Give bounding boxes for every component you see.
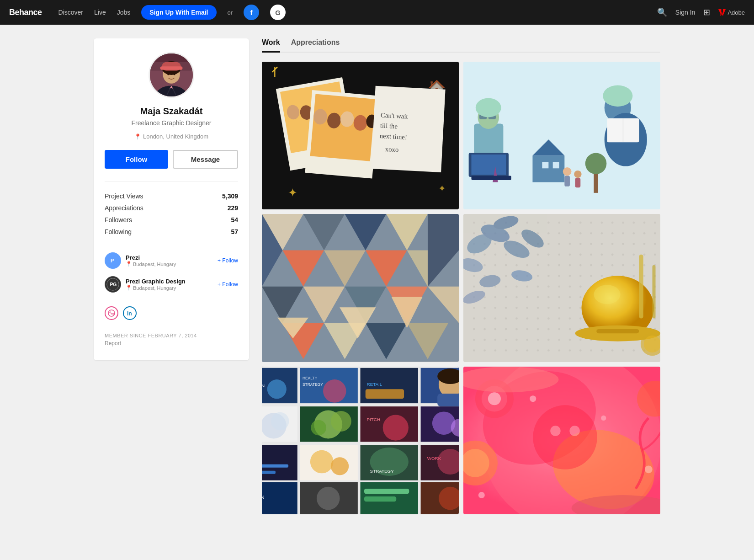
- svg-point-253: [483, 318, 486, 320]
- svg-point-288: [473, 339, 475, 341]
- svg-point-226: [579, 296, 582, 299]
- svg-point-128: [494, 243, 497, 245]
- svg-point-207: [569, 286, 571, 288]
- svg-point-203: [526, 286, 528, 288]
- svg-point-116: [558, 232, 560, 235]
- stat-appreciations: Appreciations 229: [105, 202, 238, 214]
- svg-point-156: [601, 254, 603, 256]
- message-button[interactable]: Message: [173, 150, 238, 169]
- gallery-item-hardhat[interactable]: [463, 214, 660, 362]
- tab-work[interactable]: Work: [262, 38, 280, 53]
- report-link[interactable]: Report: [105, 340, 238, 347]
- svg-point-261: [569, 318, 571, 320]
- stat-label: Following: [105, 228, 132, 235]
- svg-point-314: [558, 349, 560, 352]
- svg-point-7: [167, 73, 170, 75]
- svg-point-160: [643, 254, 646, 256]
- svg-point-102: [601, 222, 603, 224]
- gallery-item-triangles[interactable]: [262, 214, 459, 362]
- nav-link-live[interactable]: Live: [94, 9, 106, 16]
- svg-text:HEALTH: HEALTH: [303, 376, 318, 380]
- svg-text:PG: PG: [110, 282, 117, 287]
- follow-prezi-info: Prezi 📍 Budapest, Hungary: [126, 254, 213, 267]
- svg-rect-389: [364, 489, 409, 494]
- apps-icon[interactable]: ⊞: [703, 7, 710, 17]
- svg-text:STRATEGY: STRATEGY: [370, 468, 394, 473]
- google-signin-button[interactable]: G: [270, 5, 286, 20]
- svg-point-50: [603, 85, 632, 107]
- follow-loc: 📍 Budapest, Hungary: [126, 261, 213, 267]
- profile-sidebar: Maja Szakadát Freelance Graphic Designer…: [94, 38, 249, 360]
- svg-point-237: [505, 307, 507, 309]
- svg-rect-57: [542, 162, 548, 168]
- prezi-graphic-logo: PG: [105, 276, 121, 293]
- gallery-item-presentations[interactable]: IGNITION HEALTH STRATEGY RETAIL: [262, 367, 459, 514]
- signin-link[interactable]: Sign In: [675, 9, 696, 16]
- gallery-item-illustration[interactable]: [463, 62, 660, 209]
- follow-prezi-graphic-info: Prezi Graphic Design 📍 Budapest, Hungary: [126, 278, 213, 291]
- svg-text:xoxo: xoxo: [385, 145, 398, 154]
- svg-point-295: [547, 339, 550, 341]
- svg-text:till the: till the: [380, 122, 398, 130]
- nav-link-jobs[interactable]: Jobs: [117, 9, 131, 16]
- svg-point-169: [547, 264, 550, 267]
- stat-value: 229: [228, 204, 238, 212]
- svg-rect-55: [532, 155, 564, 182]
- follow-button[interactable]: Follow: [105, 150, 168, 169]
- svg-point-256: [515, 318, 518, 320]
- top-nav: Behance Discover Live Jobs Sign Up With …: [0, 0, 754, 25]
- nav-link-discover[interactable]: Discover: [58, 9, 83, 16]
- follow-name[interactable]: Prezi: [126, 254, 213, 261]
- prezi-logo: P: [105, 252, 121, 269]
- dribbble-link[interactable]: [105, 306, 118, 320]
- svg-point-141: [632, 243, 635, 245]
- svg-point-125: [654, 232, 656, 235]
- tab-appreciations[interactable]: Appreciations: [291, 38, 340, 53]
- svg-point-279: [569, 328, 571, 331]
- adobe-text: Adobe: [727, 9, 745, 16]
- svg-point-315: [569, 349, 571, 352]
- svg-point-296: [558, 339, 560, 341]
- follow-prezi-button[interactable]: + Follow: [218, 257, 238, 264]
- linkedin-link[interactable]: in: [123, 306, 137, 320]
- follow-name[interactable]: Prezi Graphic Design: [126, 278, 213, 285]
- svg-point-152: [558, 254, 560, 256]
- svg-point-97: [547, 222, 550, 224]
- svg-rect-58: [553, 162, 559, 168]
- svg-rect-338: [639, 255, 643, 319]
- svg-point-108: [473, 232, 475, 235]
- social-links: in: [105, 306, 238, 320]
- svg-point-312: [537, 349, 539, 352]
- avatar-wrap: [105, 52, 238, 98]
- follow-prezi-graphic-button[interactable]: + Follow: [218, 281, 238, 288]
- svg-point-168: [537, 264, 539, 267]
- svg-point-143: [654, 243, 656, 245]
- svg-point-170: [558, 264, 560, 267]
- svg-point-289: [483, 339, 486, 341]
- gallery-item-abstract[interactable]: [463, 367, 660, 514]
- facebook-signin-button[interactable]: f: [244, 5, 259, 20]
- svg-point-208: [579, 286, 582, 288]
- gallery-item-polaroids[interactable]: 🏠 ✦ ✦: [262, 62, 459, 209]
- svg-text:IGNITION: IGNITION: [262, 383, 265, 388]
- svg-text:✦: ✦: [288, 186, 297, 199]
- svg-point-218: [494, 296, 497, 299]
- svg-rect-48: [471, 155, 506, 175]
- search-icon[interactable]: 🔍: [657, 7, 667, 17]
- svg-point-165: [505, 264, 507, 267]
- svg-point-309: [505, 349, 507, 352]
- svg-point-404: [550, 426, 560, 436]
- svg-point-291: [505, 339, 507, 341]
- stat-label: Followers: [105, 216, 132, 224]
- svg-point-311: [526, 349, 528, 352]
- svg-point-341: [644, 336, 660, 352]
- svg-point-105: [632, 222, 635, 224]
- stat-label: Project Views: [105, 192, 143, 200]
- signup-button[interactable]: Sign Up With Email: [141, 5, 216, 20]
- nav-logo[interactable]: Behance: [9, 8, 42, 17]
- svg-point-243: [569, 307, 571, 309]
- svg-point-204: [537, 286, 539, 288]
- svg-text:next time!: next time!: [379, 132, 407, 141]
- svg-point-163: [483, 264, 486, 267]
- svg-point-238: [515, 307, 518, 309]
